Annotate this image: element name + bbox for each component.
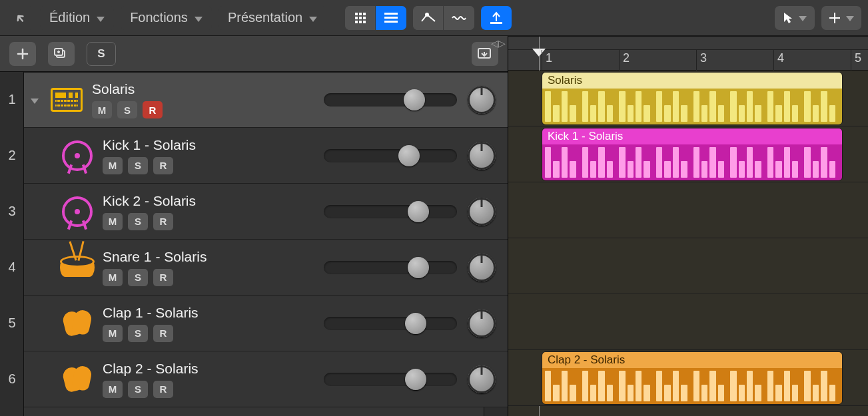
chevron-down-icon xyxy=(309,10,317,25)
slider-thumb[interactable] xyxy=(404,89,425,110)
track-icon-slot xyxy=(45,88,88,112)
track-number: 2 xyxy=(0,148,24,163)
midi-region[interactable]: Clap 2 - Solaris xyxy=(542,351,843,405)
global-solo-label: S xyxy=(97,47,105,61)
playhead-catch-icon xyxy=(489,11,504,25)
solo-button[interactable]: S xyxy=(128,157,148,174)
track-name: Clap 2 - Solaris xyxy=(103,361,199,377)
svg-rect-4 xyxy=(359,17,362,19)
add-track-button[interactable] xyxy=(9,42,36,66)
bar-ruler[interactable]: ◁▷ 1 2 3 4 5 xyxy=(508,36,868,71)
pan-knob[interactable] xyxy=(468,198,496,226)
disclosure-toggle[interactable] xyxy=(31,93,45,107)
pan-knob[interactable] xyxy=(468,365,496,393)
record-enable-button[interactable]: R xyxy=(153,213,173,230)
region-label: Solaris xyxy=(542,73,842,89)
menu-presentation[interactable]: Présentation xyxy=(218,6,326,30)
flex-button[interactable] xyxy=(444,6,474,30)
solo-button[interactable]: S xyxy=(128,213,148,230)
solo-button[interactable]: S xyxy=(128,325,148,342)
kick-drum-icon xyxy=(62,196,93,227)
chevron-down-icon xyxy=(846,11,854,25)
midi-region[interactable]: Solaris xyxy=(542,72,843,125)
arrange-lane[interactable] xyxy=(508,182,868,238)
secondary-tool-group xyxy=(821,6,861,30)
pan-knob[interactable] xyxy=(468,310,496,337)
svg-rect-1 xyxy=(359,13,362,15)
track-row-master[interactable]: Solaris M S R xyxy=(24,72,508,128)
view-mode-list[interactable] xyxy=(376,6,406,30)
arrow-up-left-icon xyxy=(13,11,27,25)
ruler-top[interactable]: ◁▷ xyxy=(508,37,868,50)
pointer-tool-button[interactable] xyxy=(775,6,815,30)
track-row[interactable]: Kick 1 - Solaris M S R xyxy=(24,128,508,184)
pan-knob[interactable] xyxy=(468,86,496,114)
view-mode-group xyxy=(345,6,406,30)
track-row[interactable]: Snare 1 - Solaris M S R xyxy=(24,240,508,296)
catch-group xyxy=(481,6,512,30)
record-enable-button[interactable]: R xyxy=(143,101,163,118)
arrange-timeline: ◁▷ 1 2 3 4 5 xyxy=(508,36,868,416)
mute-button[interactable]: M xyxy=(103,213,123,230)
solo-button[interactable]: S xyxy=(128,381,148,398)
lane-area[interactable]: Solaris Kick 1 - Solaris Clap 2 - Solari… xyxy=(508,71,868,416)
bar-number: 1 xyxy=(546,51,552,65)
mute-button[interactable]: M xyxy=(103,157,123,174)
volume-slider[interactable] xyxy=(324,93,457,106)
clap-icon xyxy=(63,309,92,338)
pan-knob[interactable] xyxy=(468,254,496,282)
record-enable-button[interactable]: R xyxy=(153,157,173,174)
track-list-toolbar: S xyxy=(0,36,508,72)
menu-fonctions[interactable]: Fonctions xyxy=(121,6,212,30)
midi-region[interactable]: Kick 1 - Solaris xyxy=(542,128,843,181)
chevron-down-icon xyxy=(31,93,39,106)
mute-button[interactable]: M xyxy=(92,101,112,118)
track-row[interactable]: Clap 1 - Solaris M S R xyxy=(24,296,508,351)
mute-button[interactable]: M xyxy=(103,269,123,286)
volume-slider[interactable] xyxy=(324,317,457,330)
track-number: 5 xyxy=(0,315,24,331)
global-solo-button[interactable]: S xyxy=(87,42,116,66)
main-area: S 1 2 3 4 5 6 xyxy=(0,36,868,416)
volume-slider[interactable] xyxy=(324,261,457,274)
arrange-lane[interactable] xyxy=(508,294,868,350)
duplicate-track-button[interactable] xyxy=(48,42,75,66)
flex-icon xyxy=(451,12,467,24)
solo-button[interactable]: S xyxy=(117,101,137,118)
catch-playhead-button[interactable] xyxy=(481,6,512,30)
track-row[interactable]: Kick 2 - Solaris M S R xyxy=(24,184,508,240)
solo-button[interactable]: S xyxy=(128,269,148,286)
view-mode-grid[interactable] xyxy=(345,6,376,30)
mute-button[interactable]: M xyxy=(103,325,123,342)
cycle-nudge-icon[interactable]: ◁▷ xyxy=(491,38,506,49)
back-button[interactable] xyxy=(7,6,33,30)
clap-icon xyxy=(63,365,92,394)
region-body xyxy=(542,144,842,180)
track-list: S 1 2 3 4 5 6 xyxy=(0,36,508,416)
chevron-down-icon xyxy=(195,10,203,25)
track-row[interactable]: Clap 2 - Solaris M S R xyxy=(24,351,508,407)
svg-rect-0 xyxy=(355,13,358,15)
automation-curve-button[interactable] xyxy=(413,6,444,30)
record-enable-button[interactable]: R xyxy=(153,381,173,398)
volume-slider[interactable] xyxy=(324,149,457,162)
track-name: Clap 1 - Solaris xyxy=(103,305,199,321)
automation-group xyxy=(413,6,474,30)
list-icon xyxy=(384,12,398,24)
arrange-lane[interactable] xyxy=(508,238,868,294)
track-rows: Solaris M S R Kick xyxy=(24,72,508,407)
volume-slider[interactable] xyxy=(324,205,457,218)
ruler-bottom[interactable]: 1 2 3 4 5 xyxy=(508,50,868,71)
track-number-gutter: 1 2 3 4 5 6 xyxy=(0,72,24,416)
secondary-tool-button[interactable] xyxy=(821,6,861,30)
main-toolbar: Édition Fonctions Présentation xyxy=(0,0,868,36)
record-enable-button[interactable]: R xyxy=(153,325,173,342)
menu-edition[interactable]: Édition xyxy=(40,6,114,30)
volume-slider[interactable] xyxy=(324,373,457,386)
track-number: 3 xyxy=(0,204,24,219)
menu-edition-label: Édition xyxy=(49,10,90,25)
record-enable-button[interactable]: R xyxy=(153,269,173,286)
mute-button[interactable]: M xyxy=(103,381,123,398)
pan-knob[interactable] xyxy=(468,142,496,170)
pointer-tool-group xyxy=(775,6,815,30)
